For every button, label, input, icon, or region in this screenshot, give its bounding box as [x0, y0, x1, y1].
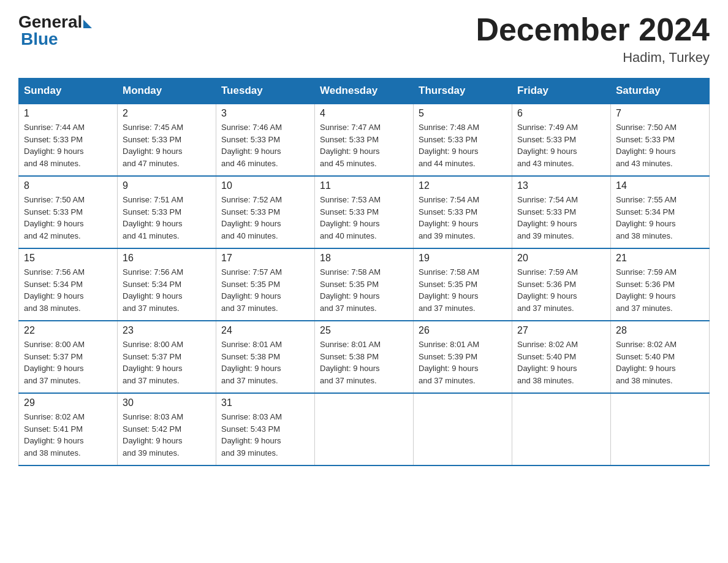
day-number: 18: [320, 253, 408, 264]
calendar-cell: 2Sunrise: 7:45 AM Sunset: 5:33 PM Daylig…: [118, 104, 216, 176]
day-number: 7: [616, 108, 704, 119]
day-number: 23: [123, 325, 211, 336]
calendar-cell: 4Sunrise: 7:47 AM Sunset: 5:33 PM Daylig…: [315, 104, 414, 176]
day-number: 4: [320, 108, 408, 119]
calendar-cell: 21Sunrise: 7:59 AM Sunset: 5:36 PM Dayli…: [611, 248, 710, 321]
calendar-cell: 30Sunrise: 8:03 AM Sunset: 5:42 PM Dayli…: [118, 393, 216, 465]
day-number: 9: [123, 180, 211, 191]
calendar-cell: 24Sunrise: 8:01 AM Sunset: 5:38 PM Dayli…: [216, 321, 315, 393]
calendar-cell: 6Sunrise: 7:49 AM Sunset: 5:33 PM Daylig…: [512, 104, 611, 176]
calendar-cell: [611, 393, 710, 465]
calendar-cell: 1Sunrise: 7:44 AM Sunset: 5:33 PM Daylig…: [19, 104, 118, 176]
day-number: 17: [221, 253, 309, 264]
day-info: Sunrise: 7:50 AM Sunset: 5:33 PM Dayligh…: [616, 121, 704, 169]
calendar-header-saturday: Saturday: [611, 79, 710, 104]
day-number: 30: [123, 397, 211, 408]
day-number: 13: [517, 180, 605, 191]
title-section: December 2024 Hadim, Turkey: [476, 12, 710, 66]
calendar-cell: 10Sunrise: 7:52 AM Sunset: 5:33 PM Dayli…: [216, 176, 315, 248]
day-number: 31: [221, 397, 309, 408]
calendar-cell: 5Sunrise: 7:48 AM Sunset: 5:33 PM Daylig…: [414, 104, 512, 176]
calendar-header-monday: Monday: [118, 79, 216, 104]
day-info: Sunrise: 8:03 AM Sunset: 5:42 PM Dayligh…: [123, 411, 211, 459]
calendar-header-tuesday: Tuesday: [216, 79, 315, 104]
calendar-cell: 13Sunrise: 7:54 AM Sunset: 5:33 PM Dayli…: [512, 176, 611, 248]
day-info: Sunrise: 7:59 AM Sunset: 5:36 PM Dayligh…: [616, 266, 704, 314]
day-info: Sunrise: 7:54 AM Sunset: 5:33 PM Dayligh…: [517, 194, 605, 242]
day-info: Sunrise: 7:56 AM Sunset: 5:34 PM Dayligh…: [24, 266, 112, 314]
calendar-cell: 14Sunrise: 7:55 AM Sunset: 5:34 PM Dayli…: [611, 176, 710, 248]
day-number: 6: [517, 108, 605, 119]
calendar-cell: [315, 393, 414, 465]
day-info: Sunrise: 7:56 AM Sunset: 5:34 PM Dayligh…: [123, 266, 211, 314]
calendar-cell: 31Sunrise: 8:03 AM Sunset: 5:43 PM Dayli…: [216, 393, 315, 465]
calendar-cell: 26Sunrise: 8:01 AM Sunset: 5:39 PM Dayli…: [414, 321, 512, 393]
calendar-cell: 28Sunrise: 8:02 AM Sunset: 5:40 PM Dayli…: [611, 321, 710, 393]
day-info: Sunrise: 7:59 AM Sunset: 5:36 PM Dayligh…: [517, 266, 605, 314]
calendar-header-friday: Friday: [512, 79, 611, 104]
calendar-cell: 8Sunrise: 7:50 AM Sunset: 5:33 PM Daylig…: [19, 176, 118, 248]
day-info: Sunrise: 8:03 AM Sunset: 5:43 PM Dayligh…: [221, 411, 309, 459]
calendar-cell: 9Sunrise: 7:51 AM Sunset: 5:33 PM Daylig…: [118, 176, 216, 248]
day-number: 20: [517, 253, 605, 264]
page-header: General Blue December 2024 Hadim, Turkey: [18, 12, 710, 66]
day-number: 11: [320, 180, 408, 191]
calendar-cell: 16Sunrise: 7:56 AM Sunset: 5:34 PM Dayli…: [118, 248, 216, 321]
day-number: 24: [221, 325, 309, 336]
day-info: Sunrise: 7:58 AM Sunset: 5:35 PM Dayligh…: [419, 266, 507, 314]
day-number: 16: [123, 253, 211, 264]
calendar-week-row: 15Sunrise: 7:56 AM Sunset: 5:34 PM Dayli…: [19, 248, 710, 321]
calendar-header-row: SundayMondayTuesdayWednesdayThursdayFrid…: [19, 79, 710, 104]
calendar-cell: 20Sunrise: 7:59 AM Sunset: 5:36 PM Dayli…: [512, 248, 611, 321]
calendar-cell: 29Sunrise: 8:02 AM Sunset: 5:41 PM Dayli…: [19, 393, 118, 465]
day-number: 14: [616, 180, 704, 191]
day-info: Sunrise: 8:02 AM Sunset: 5:41 PM Dayligh…: [24, 411, 112, 459]
calendar-table: SundayMondayTuesdayWednesdayThursdayFrid…: [18, 78, 710, 466]
day-info: Sunrise: 7:52 AM Sunset: 5:33 PM Dayligh…: [221, 194, 309, 242]
day-number: 26: [419, 325, 507, 336]
calendar-cell: 23Sunrise: 8:00 AM Sunset: 5:37 PM Dayli…: [118, 321, 216, 393]
day-info: Sunrise: 8:00 AM Sunset: 5:37 PM Dayligh…: [24, 339, 112, 386]
calendar-week-row: 22Sunrise: 8:00 AM Sunset: 5:37 PM Dayli…: [19, 321, 710, 393]
location: Hadim, Turkey: [476, 50, 710, 66]
day-info: Sunrise: 7:47 AM Sunset: 5:33 PM Dayligh…: [320, 121, 408, 169]
calendar-cell: 22Sunrise: 8:00 AM Sunset: 5:37 PM Dayli…: [19, 321, 118, 393]
day-info: Sunrise: 7:53 AM Sunset: 5:33 PM Dayligh…: [320, 194, 408, 242]
day-info: Sunrise: 8:01 AM Sunset: 5:39 PM Dayligh…: [419, 339, 507, 386]
day-info: Sunrise: 7:49 AM Sunset: 5:33 PM Dayligh…: [517, 121, 605, 169]
day-number: 1: [24, 108, 112, 119]
day-info: Sunrise: 7:50 AM Sunset: 5:33 PM Dayligh…: [24, 194, 112, 242]
day-number: 25: [320, 325, 408, 336]
day-info: Sunrise: 8:00 AM Sunset: 5:37 PM Dayligh…: [123, 339, 211, 386]
day-number: 10: [221, 180, 309, 191]
calendar-cell: 27Sunrise: 8:02 AM Sunset: 5:40 PM Dayli…: [512, 321, 611, 393]
day-number: 2: [123, 108, 211, 119]
day-info: Sunrise: 7:48 AM Sunset: 5:33 PM Dayligh…: [419, 121, 507, 169]
day-number: 3: [221, 108, 309, 119]
day-info: Sunrise: 7:54 AM Sunset: 5:33 PM Dayligh…: [419, 194, 507, 242]
day-number: 27: [517, 325, 605, 336]
calendar-cell: 12Sunrise: 7:54 AM Sunset: 5:33 PM Dayli…: [414, 176, 512, 248]
day-info: Sunrise: 7:44 AM Sunset: 5:33 PM Dayligh…: [24, 121, 112, 169]
day-number: 8: [24, 180, 112, 191]
day-info: Sunrise: 8:02 AM Sunset: 5:40 PM Dayligh…: [517, 339, 605, 386]
month-title: December 2024: [476, 12, 710, 47]
calendar-cell: [414, 393, 512, 465]
calendar-week-row: 8Sunrise: 7:50 AM Sunset: 5:33 PM Daylig…: [19, 176, 710, 248]
calendar-header-thursday: Thursday: [414, 79, 512, 104]
day-number: 28: [616, 325, 704, 336]
day-number: 5: [419, 108, 507, 119]
calendar-week-row: 1Sunrise: 7:44 AM Sunset: 5:33 PM Daylig…: [19, 104, 710, 176]
calendar-cell: 25Sunrise: 8:01 AM Sunset: 5:38 PM Dayli…: [315, 321, 414, 393]
day-number: 12: [419, 180, 507, 191]
day-number: 15: [24, 253, 112, 264]
logo: General Blue: [18, 12, 92, 49]
calendar-cell: 18Sunrise: 7:58 AM Sunset: 5:35 PM Dayli…: [315, 248, 414, 321]
calendar-week-row: 29Sunrise: 8:02 AM Sunset: 5:41 PM Dayli…: [19, 393, 710, 465]
day-number: 21: [616, 253, 704, 264]
calendar-header-sunday: Sunday: [19, 79, 118, 104]
day-number: 19: [419, 253, 507, 264]
day-info: Sunrise: 7:58 AM Sunset: 5:35 PM Dayligh…: [320, 266, 408, 314]
day-info: Sunrise: 7:46 AM Sunset: 5:33 PM Dayligh…: [221, 121, 309, 169]
calendar-cell: 7Sunrise: 7:50 AM Sunset: 5:33 PM Daylig…: [611, 104, 710, 176]
